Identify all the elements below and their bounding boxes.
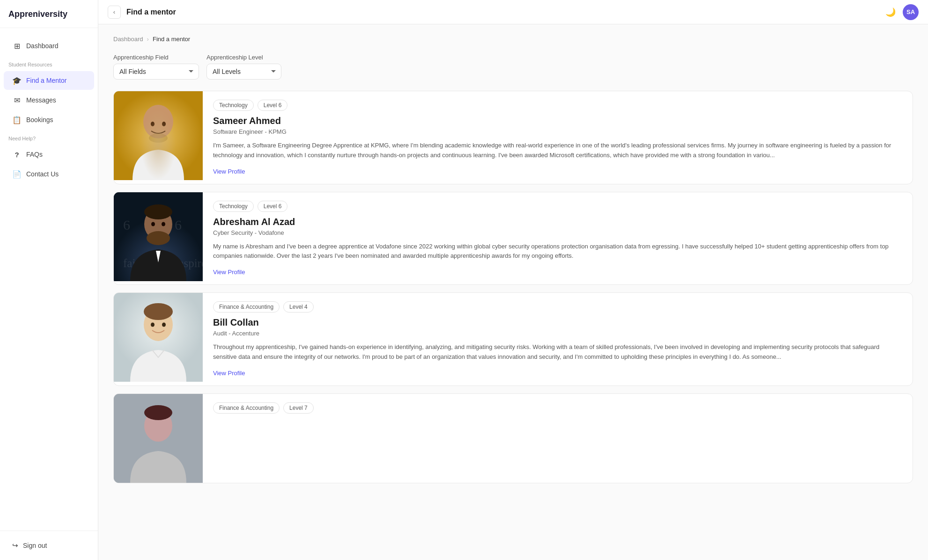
svg-point-1 xyxy=(143,105,173,138)
mentor-info-sameer: Technology Level 6 Sameer Ahmed Software… xyxy=(203,91,913,184)
avatar: SA xyxy=(903,4,919,20)
sidebar-bottom: ↪ Sign out xyxy=(0,531,98,560)
sidebar-item-dashboard[interactable]: ⊞ Dashboard xyxy=(4,36,94,55)
bookings-icon: 📋 xyxy=(12,115,22,124)
dashboard-icon: ⊞ xyxy=(12,41,22,51)
mentor-info-4: Finance & Accounting Level 7 xyxy=(203,394,913,483)
contact-icon: 📄 xyxy=(12,169,22,179)
app-logo: Appreniversity xyxy=(0,0,98,28)
view-profile-sameer[interactable]: View Profile xyxy=(213,168,245,175)
sidebar-item-label: Messages xyxy=(26,96,56,104)
tag-finance-2: Finance & Accounting xyxy=(213,402,280,414)
tag-technology: Technology xyxy=(213,100,254,111)
level-filter-select[interactable]: All Levels Level 3 Level 4 Level 5 Level… xyxy=(206,64,281,80)
svg-rect-0 xyxy=(114,91,203,180)
breadcrumb: Dashboard › Find a mentor xyxy=(113,36,913,43)
mentor-card: Finance & Accounting Level 4 Bill Collan… xyxy=(113,292,913,386)
mentor-name-bill: Bill Collan xyxy=(213,317,902,328)
svg-point-4 xyxy=(149,133,168,143)
mentor-role-abresham: Cyber Security - Vodafone xyxy=(213,229,902,236)
sidebar-item-bookings[interactable]: 📋 Bookings xyxy=(4,110,94,129)
mentor-card: 6 6 inspire faith xyxy=(113,192,913,285)
mentor-photo-bill xyxy=(114,293,203,382)
mentor-list: Technology Level 6 Sameer Ahmed Software… xyxy=(113,91,913,483)
sidebar-item-label: Find a Mentor xyxy=(26,77,66,84)
mentor-tags-4: Finance & Accounting Level 7 xyxy=(213,402,902,414)
tag-finance: Finance & Accounting xyxy=(213,301,280,313)
messages-icon: ✉ xyxy=(12,95,22,105)
breadcrumb-separator: › xyxy=(147,36,149,43)
mentor-name-sameer: Sameer Ahmed xyxy=(213,116,902,126)
svg-point-14 xyxy=(162,222,165,226)
mentor-tags-bill: Finance & Accounting Level 4 xyxy=(213,301,902,313)
svg-point-17 xyxy=(144,303,173,320)
svg-point-11 xyxy=(147,231,170,245)
sidebar-item-find-mentor[interactable]: 🎓 Find a Mentor xyxy=(4,71,94,90)
sidebar-item-label: Contact Us xyxy=(26,170,59,178)
mentor-bio-abresham: My name is Abresham and I've been a degr… xyxy=(213,242,902,262)
sidebar-item-label: Dashboard xyxy=(26,42,59,50)
tag-level-4: Level 7 xyxy=(283,402,314,414)
content-area: Dashboard › Find a mentor Apprenticeship… xyxy=(98,24,928,560)
mentor-photo-sameer xyxy=(114,91,203,180)
sidebar-item-label: FAQs xyxy=(26,151,43,158)
mentor-photo-4 xyxy=(114,394,203,483)
mentor-card: Technology Level 6 Sameer Ahmed Software… xyxy=(113,91,913,184)
mentor-photo-abresham: 6 6 inspire faith xyxy=(114,192,203,281)
svg-point-13 xyxy=(151,222,155,226)
svg-point-2 xyxy=(151,122,155,126)
mentor-tags-abresham: Technology Level 6 xyxy=(213,201,902,212)
page-title: Find a mentor xyxy=(126,8,176,16)
sidebar-item-label: Bookings xyxy=(26,116,53,124)
sidebar-section-help: Need Help? xyxy=(0,130,98,144)
level-filter-group: Apprenticeship Level All Levels Level 3 … xyxy=(206,54,281,80)
mentor-bio-bill: Throughout my apprenticeship, I've gaine… xyxy=(213,342,902,362)
level-filter-label: Apprenticeship Level xyxy=(206,54,281,61)
mentor-info-bill: Finance & Accounting Level 4 Bill Collan… xyxy=(203,293,913,385)
mentor-icon: 🎓 xyxy=(12,76,22,85)
sidebar-section-student-resources: Student Resources xyxy=(0,56,98,70)
sign-out-icon: ↪ xyxy=(12,541,18,550)
svg-point-3 xyxy=(162,122,166,126)
view-profile-bill[interactable]: View Profile xyxy=(213,370,245,377)
sidebar-item-contact[interactable]: 📄 Contact Us xyxy=(4,165,94,183)
tag-level: Level 6 xyxy=(258,100,288,111)
sidebar: Appreniversity ⊞ Dashboard Student Resou… xyxy=(0,0,98,560)
sidebar-item-faqs[interactable]: ? FAQs xyxy=(4,145,94,164)
mentor-tags-sameer: Technology Level 6 xyxy=(213,100,902,111)
main-content: ‹ Find a mentor 🌙 SA Dashboard › Find a … xyxy=(98,0,928,560)
sign-out-label: Sign out xyxy=(23,542,47,549)
tag-level-3: Level 4 xyxy=(283,301,314,313)
sign-out-button[interactable]: ↪ Sign out xyxy=(4,537,94,554)
filters-bar: Apprenticeship Field All Fields Technolo… xyxy=(113,54,913,80)
svg-text:6: 6 xyxy=(123,217,130,233)
faqs-icon: ? xyxy=(12,150,22,159)
mentor-card: Finance & Accounting Level 7 xyxy=(113,393,913,483)
svg-point-22 xyxy=(144,405,172,420)
sidebar-item-messages[interactable]: ✉ Messages xyxy=(4,91,94,109)
mentor-role-bill: Audit - Accenture xyxy=(213,330,902,337)
collapse-sidebar-button[interactable]: ‹ xyxy=(108,6,121,19)
topbar-right: 🌙 SA xyxy=(883,4,919,20)
svg-point-19 xyxy=(162,323,166,327)
svg-point-12 xyxy=(144,204,172,219)
topbar-left: ‹ Find a mentor xyxy=(108,6,176,19)
breadcrumb-current: Find a mentor xyxy=(153,36,190,43)
field-filter-label: Apprenticeship Field xyxy=(113,54,199,61)
mentor-role-sameer: Software Engineer - KPMG xyxy=(213,128,902,135)
field-filter-group: Apprenticeship Field All Fields Technolo… xyxy=(113,54,199,80)
field-filter-select[interactable]: All Fields Technology Finance & Accounti… xyxy=(113,64,199,80)
mentor-name-abresham: Abresham Al Azad xyxy=(213,217,902,227)
sidebar-nav: ⊞ Dashboard Student Resources 🎓 Find a M… xyxy=(0,28,98,531)
tag-level-2: Level 6 xyxy=(258,201,288,212)
svg-text:6: 6 xyxy=(175,217,182,233)
tag-technology-2: Technology xyxy=(213,201,254,212)
topbar: ‹ Find a mentor 🌙 SA xyxy=(98,0,928,24)
breadcrumb-parent[interactable]: Dashboard xyxy=(113,36,143,43)
mentor-info-abresham: Technology Level 6 Abresham Al Azad Cybe… xyxy=(203,192,913,285)
theme-toggle-button[interactable]: 🌙 xyxy=(883,5,898,20)
mentor-bio-sameer: I'm Sameer, a Software Engineering Degre… xyxy=(213,141,902,160)
view-profile-abresham[interactable]: View Profile xyxy=(213,269,245,276)
svg-point-18 xyxy=(151,323,155,327)
